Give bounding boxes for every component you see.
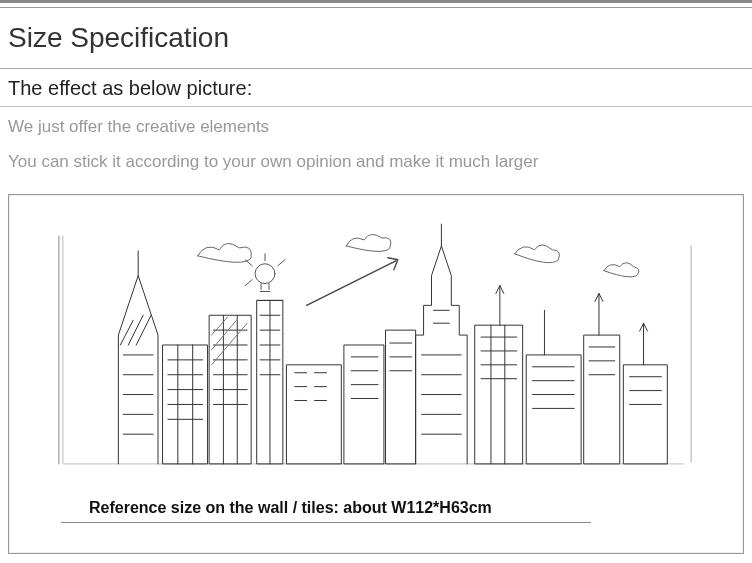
subtitle: The effect as below picture: bbox=[8, 77, 744, 100]
svg-rect-48 bbox=[344, 345, 384, 464]
subtitle-row: The effect as below picture: bbox=[0, 68, 752, 107]
city-skyline-sketch bbox=[49, 207, 703, 483]
page-title: Size Specification bbox=[0, 8, 752, 68]
illustration-panel: Reference size on the wall / tiles: abou… bbox=[8, 194, 744, 554]
svg-line-11 bbox=[128, 316, 143, 346]
reference-size-caption: Reference size on the wall / tiles: abou… bbox=[89, 499, 492, 517]
svg-line-12 bbox=[136, 316, 151, 346]
description-line-1: We just offer the creative elements bbox=[0, 107, 752, 142]
svg-rect-77 bbox=[584, 335, 620, 464]
svg-rect-81 bbox=[624, 365, 668, 464]
svg-point-89 bbox=[255, 264, 275, 284]
description-line-2: You can stick it according to your own o… bbox=[0, 142, 752, 177]
svg-rect-41 bbox=[287, 365, 342, 464]
svg-line-30 bbox=[212, 318, 228, 336]
svg-line-96 bbox=[245, 280, 252, 286]
caption-underline bbox=[61, 522, 591, 523]
top-divider bbox=[0, 0, 752, 8]
svg-rect-61 bbox=[386, 330, 416, 464]
svg-rect-72 bbox=[527, 355, 582, 464]
svg-line-94 bbox=[278, 260, 285, 266]
svg-rect-65 bbox=[475, 325, 523, 464]
